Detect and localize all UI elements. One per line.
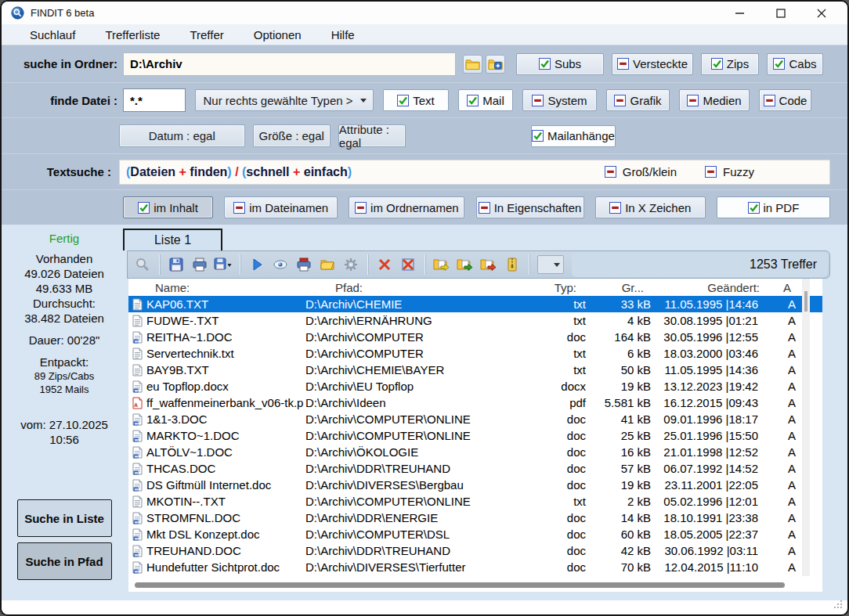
vertical-scrollbar-thumb[interactable] — [804, 291, 807, 312]
horizontal-scrollbar-thumb[interactable] — [135, 582, 785, 588]
horizontal-scrollbar[interactable] — [128, 579, 802, 590]
file-pattern-input[interactable]: *.* — [123, 88, 186, 112]
chip-im-dateinamen[interactable]: im Dateinamen — [224, 196, 338, 218]
type-filter-dropdown[interactable]: Nur rechts gewählte Typen > — [195, 89, 374, 111]
chip-in-x-zeichen[interactable]: In X Zeichen — [595, 196, 706, 218]
minimize-button[interactable] — [733, 6, 747, 20]
print-red-icon[interactable] — [292, 254, 316, 276]
chip-subs[interactable]: Subs — [516, 53, 604, 75]
chip-text[interactable]: Text — [383, 89, 449, 111]
chip-in-pdf[interactable]: in PDF — [717, 196, 830, 218]
gear-icon[interactable] — [339, 254, 363, 276]
save-as-icon[interactable] — [211, 254, 235, 276]
chip-grafik[interactable]: Grafik — [606, 89, 670, 111]
chip-code[interactable]: Code — [759, 89, 811, 111]
date-filter-button[interactable]: Datum : egal — [119, 124, 245, 147]
scope-chips: im Inhaltim Dateinamenim OrdnernamenIn E… — [2, 196, 847, 218]
table-row[interactable]: BAY9B.TXTD:\Archiv\CHEMIE\BAYERtxt50 kB1… — [128, 362, 822, 378]
result-count-badge: 1253 Treffer — [572, 252, 828, 277]
table-row[interactable]: TREUHAND.DOCD:\Archiv\DDR\TREUHANDdoc42 … — [128, 542, 822, 559]
column-header-gr[interactable]: Gr... — [587, 281, 655, 294]
window-footer — [2, 600, 847, 614]
add-folder-button[interactable] — [486, 55, 505, 74]
save-icon[interactable] — [164, 254, 188, 276]
size-filter-button[interactable]: Größe : egal — [253, 124, 331, 147]
export-red-icon[interactable] — [477, 254, 500, 276]
chip-mailanhänge[interactable]: Mailanhänge — [531, 125, 616, 147]
export-yellow-icon[interactable] — [430, 254, 453, 276]
maximize-button[interactable] — [774, 6, 788, 20]
chip-medien[interactable]: Medien — [679, 89, 750, 111]
table-row[interactable]: 1&1-3.DOCD:\Archiv\COMPUTER\ONLINEdoc41 … — [128, 411, 822, 427]
file-txt-icon — [128, 364, 146, 376]
column-header-name[interactable]: Name: — [146, 281, 304, 294]
query-option-chips: Groß/kleinFuzzy — [605, 161, 823, 183]
chevron-down-icon — [360, 99, 367, 103]
search-in-path-button[interactable]: Suche in Pfad — [17, 542, 112, 580]
file-doc-icon — [128, 331, 146, 344]
table-row[interactable]: Hundefutter Sichtprot.docD:\Archiv\DIVER… — [128, 559, 822, 575]
search-icon[interactable] — [131, 254, 154, 276]
print-icon[interactable] — [188, 254, 211, 276]
menu-item-optionen[interactable]: Optionen — [249, 28, 306, 41]
delete-icon[interactable] — [373, 254, 396, 276]
chip-zips[interactable]: Zips — [701, 53, 759, 75]
toolbar-separator — [240, 254, 240, 275]
file-doc-icon — [128, 463, 146, 475]
column-header-geändert[interactable]: Geändert: — [655, 281, 771, 294]
resize-grip[interactable] — [833, 598, 843, 612]
search-in-list-button[interactable]: Suche in Liste — [17, 499, 112, 537]
play-icon[interactable] — [245, 254, 269, 276]
table-row[interactable]: Mkt DSL Konzept.docD:\Archiv\COMPUTER\DS… — [128, 526, 822, 542]
table-row[interactable]: Aff_waffenmeinerbank_v06-tk.pdfD:\Archiv… — [128, 394, 822, 411]
search-folder-input[interactable]: D:\Archiv — [123, 52, 456, 76]
chip-groß-klein[interactable]: Groß/klein — [605, 161, 677, 183]
table-row[interactable]: REITHA~1.DOCD:\Archiv\COMPUTERdoc164 kB3… — [128, 329, 822, 345]
delete-all-icon[interactable] — [396, 254, 420, 276]
table-row[interactable]: ALTÖLV~1.DOCD:\Archiv\ÖKOLOGIEdoc16 kB21… — [128, 444, 822, 460]
export-green-icon[interactable] — [453, 254, 477, 276]
column-header-pfad[interactable]: Pfad: — [304, 281, 539, 294]
menu-item-trefferliste[interactable]: Trefferliste — [100, 28, 164, 41]
chevron-down-icon — [554, 263, 560, 267]
file-doc-icon — [128, 413, 146, 426]
chip-in-eigenschaften[interactable]: In Eigenschaften — [476, 196, 584, 218]
find-file-label: finde Datei : — [2, 94, 117, 107]
eye-icon[interactable] — [269, 254, 292, 276]
toolbar-combo-dropdown[interactable] — [537, 255, 564, 274]
attribute-filter-button[interactable]: Attribute : egal — [338, 124, 406, 147]
table-row[interactable]: MKOTIN--.TXTD:\Archiv\COMPUTER\ONLINEtxt… — [128, 493, 822, 510]
chip-im-ordnernamen[interactable]: im Ordnernamen — [349, 196, 464, 218]
table-row[interactable]: MARKTO~1.DOCD:\Archiv\COMPUTER\ONLINEdoc… — [128, 427, 822, 444]
table-row[interactable]: THCAS.DOCD:\Archiv\DDR\TREUHANDdoc57 kB0… — [128, 460, 822, 477]
folder-open-icon[interactable] — [316, 254, 339, 276]
menu-item-treffer[interactable]: Treffer — [185, 28, 228, 41]
column-header-typ[interactable]: Typ: — [539, 281, 587, 294]
table-row[interactable]: FUDWE-.TXTD:\Archiv\ERNÄHRUNGtxt4 kB30.0… — [128, 312, 822, 329]
close-button[interactable] — [815, 6, 829, 20]
chip-system[interactable]: System — [522, 89, 597, 111]
chip-mail[interactable]: Mail — [458, 89, 513, 111]
app-window: FINDIT 6 beta SuchlaufTrefferlisteTreffe… — [0, 0, 849, 616]
browse-folder-button[interactable] — [463, 55, 482, 74]
text-search-label: Textsuche : — [2, 165, 111, 178]
menu-item-suchlauf[interactable]: Suchlauf — [25, 28, 80, 41]
text-search-input[interactable]: (Dateien + finden) / (schnell + einfach)… — [119, 160, 830, 185]
table-row[interactable]: DS Giftmüll Internet.docD:\Archiv\DIVERS… — [128, 477, 822, 493]
zip-icon[interactable] — [500, 254, 524, 276]
chip-versteckte[interactable]: Versteckte — [612, 53, 693, 75]
tab-liste-1[interactable]: Liste 1 — [123, 229, 222, 250]
chip-fuzzy[interactable]: Fuzzy — [705, 161, 754, 183]
vertical-scrollbar[interactable] — [802, 279, 810, 576]
table-row[interactable]: STROMFNL.DOCD:\Archiv\DDR\ENERGIEdoc14 k… — [128, 510, 822, 526]
chip-im-inhalt[interactable]: im Inhalt — [123, 196, 213, 218]
table-header: Name:Pfad:Typ:Gr...Geändert:A — [128, 279, 822, 296]
table-row[interactable]: eu Topflop.docxD:\Archiv\EU Topflopdocx1… — [128, 378, 822, 394]
file-doc-icon — [128, 545, 146, 557]
chip-cabs[interactable]: Cabs — [767, 53, 823, 75]
svg-text:A: A — [134, 402, 138, 408]
column-header-a[interactable]: A — [771, 281, 802, 294]
table-row[interactable]: KAP06.TXTD:\Archiv\CHEMIEtxt33 kB11.05.1… — [128, 296, 822, 312]
menu-item-hilfe[interactable]: Hilfe — [327, 28, 359, 41]
table-row[interactable]: Servertechnik.txtD:\Archiv\COMPUTERtxt6 … — [128, 345, 822, 362]
